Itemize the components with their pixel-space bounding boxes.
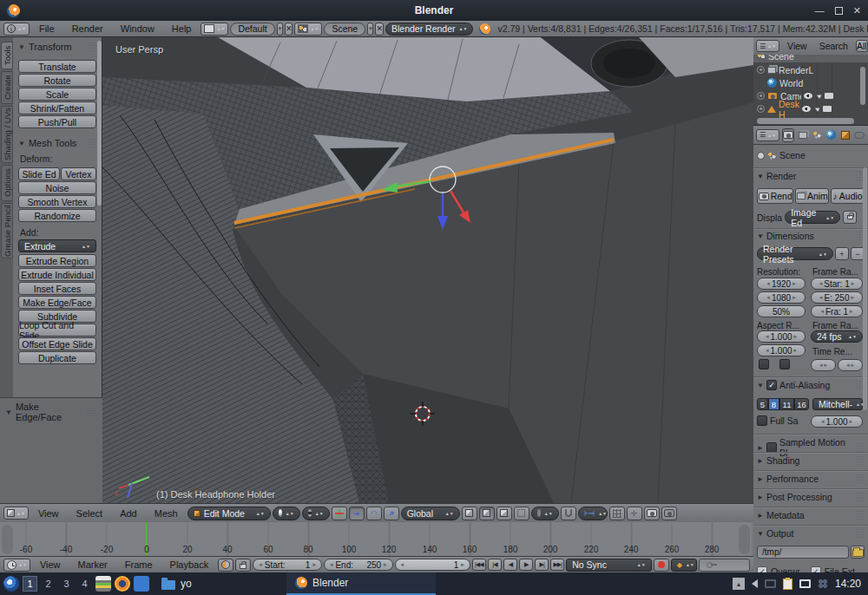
workspace-2-button[interactable]: 2	[41, 576, 56, 592]
tab-render[interactable]	[782, 128, 794, 142]
aa-samples-16-button[interactable]: 16	[794, 398, 809, 410]
overwrite-checkbox[interactable]: ✓	[757, 566, 767, 572]
full-sample-checkbox[interactable]	[757, 415, 767, 426]
aa-samples-11-button[interactable]: 11	[779, 398, 794, 410]
render-engine-dropdown[interactable]: Blender Render▲▼	[385, 23, 473, 36]
browse-folder-button[interactable]	[851, 546, 865, 559]
menu-view[interactable]: View	[32, 559, 69, 570]
editor-type-button[interactable]: i▲▼	[3, 23, 30, 36]
outliner-row-scene[interactable]: Scene	[753, 55, 868, 62]
window-manager-logo-icon[interactable]	[3, 576, 19, 592]
expand-icon[interactable]: +	[757, 105, 765, 113]
frame-end-field[interactable]: ◂End:250▸	[324, 559, 393, 571]
preview-range-button[interactable]	[218, 559, 233, 572]
selectability-cursor-icon[interactable]: ▲	[812, 104, 822, 114]
outliner-row-world[interactable]: World	[753, 76, 868, 89]
menu-view[interactable]: View	[30, 508, 67, 519]
tab-world[interactable]	[825, 128, 837, 142]
inset-faces-button[interactable]: Inset Faces	[18, 282, 96, 295]
renderability-camera-icon[interactable]	[823, 106, 832, 112]
mesh-tools-panel-header[interactable]: ▼ Mesh Tools ::::::	[13, 135, 100, 149]
duplicate-button[interactable]: Duplicate	[18, 351, 96, 364]
editor-type-button[interactable]: ▲▼	[3, 559, 30, 572]
visibility-eye-icon[interactable]	[802, 106, 811, 112]
current-frame-field[interactable]: ◂1▸	[395, 559, 470, 571]
jump-to-start-button[interactable]: |◀◀	[472, 559, 486, 571]
performance-panel-header[interactable]: ► Performance ::::::	[753, 474, 868, 484]
keying-set-dropdown[interactable]: ◆▲▼	[671, 559, 697, 572]
frame-start-field[interactable]: ◂Star: 1▸	[811, 278, 863, 290]
occlude-geometry-button[interactable]	[514, 507, 529, 520]
outliner-row-desk-holder[interactable]: + Desk H ▲	[753, 102, 868, 115]
menu-view[interactable]: View	[783, 41, 812, 51]
close-button[interactable]: ✕	[853, 5, 861, 16]
scale-manipulator-button[interactable]: ➔	[384, 507, 399, 520]
aa-samples-8-button[interactable]: 8	[768, 398, 779, 410]
frame-start-field[interactable]: ◂Start:1▸	[253, 559, 322, 571]
visibility-eye-icon[interactable]	[804, 93, 812, 99]
workspace-4-button[interactable]: 4	[77, 576, 92, 592]
edge-select-button[interactable]	[479, 507, 495, 520]
translate-button[interactable]: Translate	[18, 60, 96, 73]
editor-type-button[interactable]: ▲▼	[3, 507, 29, 520]
screen-share-icon[interactable]	[799, 579, 811, 588]
delete-scene-button[interactable]: ✕	[375, 23, 384, 36]
orientation-dropdown[interactable]: Global▲▼	[401, 507, 460, 520]
add-scene-button[interactable]: +	[367, 23, 373, 36]
metadata-panel-header[interactable]: ► Metadata ::::::	[753, 510, 868, 520]
jump-to-end-button[interactable]: ▶▶|	[550, 559, 564, 571]
resolution-percentage-field[interactable]: 50%	[757, 305, 806, 317]
extrude-individual-button[interactable]: Extrude Individual	[18, 268, 96, 281]
editor-type-button[interactable]: ☰▲▼	[756, 129, 779, 141]
resolution-x-field[interactable]: ◂1920▸	[757, 278, 806, 290]
make-edge-face-button[interactable]: Make Edge/Face	[18, 296, 96, 309]
tab-grease-pencil[interactable]: Grease Pencil	[1, 203, 13, 258]
push-pull-button[interactable]: Push/Pull	[18, 115, 96, 128]
menu-render[interactable]: Render	[64, 23, 111, 34]
sync-dropdown[interactable]: No Sync▲▼	[566, 559, 651, 572]
menu-select[interactable]: Select	[69, 508, 111, 519]
crop-checkbox[interactable]	[779, 359, 790, 369]
filter-size-field[interactable]: ◂1.000▸	[811, 415, 863, 428]
volume-icon[interactable]	[752, 579, 758, 588]
resolution-y-field[interactable]: ◂1080▸	[757, 291, 806, 304]
screen-layout-field[interactable]: Default	[230, 23, 274, 36]
output-panel-header[interactable]: ▼ Output ::::::	[753, 528, 868, 539]
outliner-horizontal-scrollbar[interactable]	[757, 118, 854, 124]
anti-aliasing-checkbox[interactable]: ✓	[766, 380, 777, 390]
dimensions-panel-header[interactable]: ▼ Dimensions ::::::	[753, 231, 868, 241]
anti-aliasing-panel-header[interactable]: ▼ ✓ Anti-Aliasing ::::::	[753, 380, 868, 390]
add-layout-button[interactable]: +	[277, 23, 283, 36]
tab-render-layers[interactable]	[797, 128, 808, 142]
expand-icon[interactable]: +	[757, 66, 765, 74]
snap-peel-button[interactable]: ✛	[627, 507, 642, 520]
scale-button[interactable]: Scale	[18, 88, 96, 101]
pin-icon[interactable]	[757, 152, 765, 160]
clipboard-icon[interactable]	[783, 579, 792, 590]
tab-object[interactable]	[839, 128, 851, 142]
border-checkbox[interactable]	[759, 359, 769, 369]
output-path-field[interactable]: /tmp/	[757, 546, 849, 559]
loop-cut-slide-button[interactable]: Loop Cut and Slide	[18, 324, 96, 337]
properties-scrollbar[interactable]	[863, 167, 867, 410]
tab-scene[interactable]	[811, 128, 822, 142]
scene-icon-button[interactable]: ▲▼	[294, 23, 322, 36]
opengl-render-button[interactable]	[644, 507, 660, 520]
monitor-icon[interactable]	[765, 579, 776, 588]
editor-app-icon[interactable]	[95, 576, 111, 592]
translate-manipulator-button[interactable]: ➔	[349, 507, 365, 520]
menu-add[interactable]: Add	[112, 508, 145, 519]
lock-time-button[interactable]	[235, 559, 251, 572]
add-preset-button[interactable]: +	[835, 247, 849, 260]
firefox-icon[interactable]	[115, 576, 130, 592]
next-keyframe-button[interactable]: ▶|	[535, 559, 549, 571]
aspect-y-field[interactable]: ◂1.000▸	[757, 344, 806, 356]
task-yo[interactable]: yo	[153, 572, 283, 595]
network-icon[interactable]	[818, 579, 828, 589]
pixel-filter-dropdown[interactable]: Mitchell-▲▼	[812, 398, 863, 410]
outliner-row-camera[interactable]: + Camera ▲	[753, 89, 868, 102]
transform-panel-header[interactable]: ▼ Transform ::::::	[13, 39, 100, 53]
extrude-dropdown[interactable]: Extrude▲▼	[18, 239, 96, 252]
editor-type-button[interactable]: ☰▲▼	[756, 40, 779, 52]
vertex-select-button[interactable]	[462, 507, 477, 520]
